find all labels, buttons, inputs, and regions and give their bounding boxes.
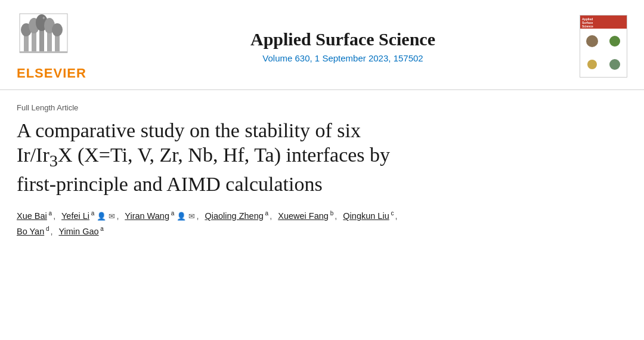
journal-meta[interactable]: Volume 630, 1 September 2023, 157502: [262, 53, 423, 63]
svg-text:✦: ✦: [42, 16, 46, 21]
author-qiaoling-zheng[interactable]: Qiaoling Zheng: [205, 211, 263, 221]
elsevier-logo: ✦ ELSEVIER: [17, 11, 112, 81]
svg-rect-11: [20, 51, 67, 53]
article-header: ✦ ELSEVIER Applied Surface Science Volum…: [0, 0, 644, 90]
svg-rect-2: [32, 32, 36, 51]
author-yiran-wang[interactable]: Yiran Wang: [125, 211, 169, 221]
svg-rect-3: [39, 29, 44, 51]
svg-rect-4: [47, 32, 52, 51]
svg-point-10: [52, 23, 63, 36]
elsevier-brand-text: ELSEVIER: [17, 66, 86, 81]
cover-image[interactable]: AppliedSurfaceScience: [580, 15, 627, 78]
journal-cover: AppliedSurfaceScience: [574, 15, 627, 78]
author-xue-bai[interactable]: Xue Bai: [17, 211, 47, 221]
elsevier-tree-icon: ✦: [17, 11, 70, 64]
journal-info: Applied Surface Science Volume 630, 1 Se…: [112, 29, 574, 63]
author-xuewei-fang[interactable]: Xuewei Fang: [278, 211, 329, 221]
author-yefei-li[interactable]: Yefei Li: [61, 211, 89, 221]
yefei-li-profile-icon[interactable]: 👤: [97, 212, 106, 221]
title-line-3: first-principle and AIMD calculations: [17, 173, 323, 195]
title-line-2: Ir/Ir3X (X=Ti, V, Zr, Nb, Hf, Ta) interf…: [17, 144, 390, 166]
yiran-wang-email-icon[interactable]: ✉: [188, 212, 195, 221]
journal-title: Applied Surface Science: [250, 29, 435, 50]
yiran-wang-profile-icon[interactable]: 👤: [177, 212, 186, 221]
title-line-1: A comparative study on the stability of …: [17, 119, 361, 141]
svg-rect-5: [55, 35, 60, 51]
yefei-li-email-icon[interactable]: ✉: [109, 212, 115, 221]
author-yimin-gao[interactable]: Yimin Gao: [58, 227, 98, 236]
author-qingkun-liu[interactable]: Qingkun Liu: [343, 211, 389, 221]
article-type-label: Full Length Article: [17, 103, 627, 112]
svg-rect-1: [24, 35, 29, 51]
article-content: Full Length Article A comparative study …: [0, 90, 644, 340]
article-title: A comparative study on the stability of …: [17, 118, 601, 196]
authors-list: Xue Bai a, Yefei Li a 👤 ✉, Yiran Wang a …: [17, 208, 627, 239]
author-bo-yan[interactable]: Bo Yan: [17, 227, 44, 236]
